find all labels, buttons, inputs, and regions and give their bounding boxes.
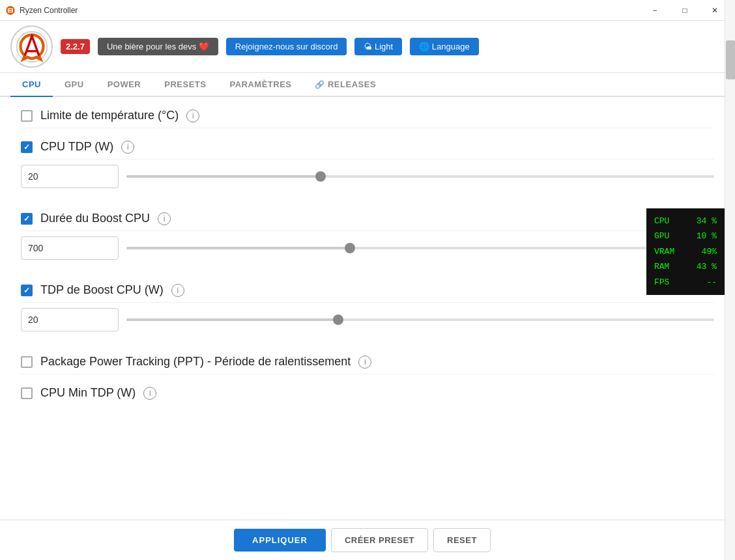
input-boost-tdp[interactable] — [21, 308, 119, 331]
minimize-button[interactable]: − — [640, 0, 670, 21]
scrollbar-thumb[interactable] — [726, 40, 735, 79]
hud-vram-label: VRAM — [654, 244, 674, 259]
slider-row-cpu-tdp — [21, 160, 714, 200]
checkbox-cpu-tdp[interactable] — [21, 141, 33, 153]
hud-gpu-value: 10 % — [697, 229, 717, 244]
label-cpu-tdp: CPU TDP (W) — [40, 140, 113, 154]
header: 2.2.7 Une bière pour les devs ❤️ Rejoign… — [0, 21, 735, 73]
hud-fps-label: FPS — [654, 275, 669, 290]
hud-gpu-label: GPU — [654, 229, 669, 244]
scrollbar[interactable] — [725, 0, 735, 560]
slider-cpu-tdp[interactable] — [126, 175, 714, 178]
slider-row-boost-tdp — [21, 303, 714, 343]
tab-presets[interactable]: PRESETS — [152, 73, 218, 97]
tab-power[interactable]: POWER — [96, 73, 153, 97]
setting-temp-limit: Limite de température (°C) i — [21, 97, 714, 128]
info-cpu-min-tdp[interactable]: i — [143, 387, 156, 400]
label-cpu-min-tdp: CPU Min TDP (W) — [40, 386, 136, 400]
hud-ram-row: RAM 43 % — [654, 259, 717, 274]
checkbox-ppt[interactable] — [21, 356, 33, 368]
main-window: 2.2.7 Une bière pour les devs ❤️ Rejoign… — [0, 21, 735, 560]
link-icon: 🔗 — [315, 80, 325, 89]
tab-gpu[interactable]: GPU — [53, 73, 96, 97]
checkbox-temp-limit[interactable] — [21, 110, 33, 122]
info-cpu-tdp[interactable]: i — [121, 141, 134, 154]
hud-overlay: CPU 34 % GPU 10 % VRAM 49% RAM 43 % FPS … — [646, 208, 725, 295]
hud-cpu-label: CPU — [654, 214, 669, 229]
hud-fps-value: -- — [706, 275, 717, 290]
info-boost-duration[interactable]: i — [158, 212, 171, 225]
checkbox-boost-duration[interactable] — [21, 213, 33, 225]
nav-tabs: CPU GPU POWER PRESETS PARAMÈTRES 🔗 RELEA… — [0, 73, 735, 97]
app-title: Ryzen Controller — [20, 6, 640, 15]
hud-vram-value: 49% — [702, 244, 717, 259]
tab-releases[interactable]: 🔗 RELEASES — [303, 73, 388, 97]
info-temp-limit[interactable]: i — [186, 109, 199, 122]
label-boost-duration: Durée du Boost CPU — [40, 212, 150, 225]
slider-boost-duration[interactable] — [126, 247, 714, 249]
input-cpu-tdp[interactable] — [21, 165, 119, 188]
bottom-bar: APPLIQUER CRÉER PRESET RESET — [0, 520, 725, 560]
info-boost-tdp[interactable]: i — [171, 284, 184, 297]
app-icon — [5, 5, 16, 16]
setting-ppt: Package Power Tracking (PPT) - Période d… — [21, 343, 714, 374]
light-mode-button[interactable]: 🌤 Light — [354, 38, 402, 55]
setting-boost-duration: Durée du Boost CPU i — [21, 200, 714, 231]
label-ppt: Package Power Tracking (PPT) - Période d… — [40, 355, 351, 369]
hud-ram-label: RAM — [654, 259, 669, 274]
checkbox-cpu-min-tdp[interactable] — [21, 387, 33, 399]
tab-cpu[interactable]: CPU — [10, 73, 53, 97]
setting-boost-tdp: TDP de Boost CPU (W) i — [21, 272, 714, 303]
hud-fps-row: FPS -- — [654, 275, 717, 290]
logo — [10, 25, 53, 68]
tab-parametres[interactable]: PARAMÈTRES — [218, 73, 303, 97]
hud-cpu-value: 34 % — [697, 214, 717, 229]
slider-boost-tdp[interactable] — [126, 318, 714, 321]
content-area: Limite de température (°C) i CPU TDP (W)… — [0, 97, 735, 560]
info-ppt[interactable]: i — [358, 356, 371, 369]
label-boost-tdp: TDP de Boost CPU (W) — [40, 283, 164, 297]
hud-ram-value: 43 % — [697, 259, 717, 274]
titlebar: Ryzen Controller − □ ✕ — [0, 0, 735, 21]
hud-vram-row: VRAM 49% — [654, 244, 717, 259]
discord-button[interactable]: Rejoignez-nous sur discord — [226, 38, 347, 55]
input-boost-duration[interactable] — [21, 236, 119, 260]
setting-cpu-tdp: CPU TDP (W) i — [21, 128, 714, 160]
maximize-button[interactable]: □ — [670, 0, 700, 21]
create-preset-button[interactable]: CRÉER PRESET — [331, 528, 428, 552]
label-temp-limit: Limite de température (°C) — [40, 109, 179, 122]
hud-gpu-row: GPU 10 % — [654, 229, 717, 244]
hud-cpu-row: CPU 34 % — [654, 214, 717, 229]
reset-button[interactable]: RESET — [433, 528, 491, 552]
language-button[interactable]: 🌐 Language — [410, 38, 478, 55]
window-controls: − □ ✕ — [640, 0, 730, 21]
amd-logo — [16, 31, 48, 63]
version-badge: 2.2.7 — [61, 39, 90, 54]
slider-row-boost-duration — [21, 231, 714, 272]
setting-cpu-min-tdp: CPU Min TDP (W) i — [21, 374, 714, 405]
donate-button[interactable]: Une bière pour les devs ❤️ — [98, 38, 218, 55]
apply-button[interactable]: APPLIQUER — [234, 529, 326, 552]
checkbox-boost-tdp[interactable] — [21, 285, 33, 296]
